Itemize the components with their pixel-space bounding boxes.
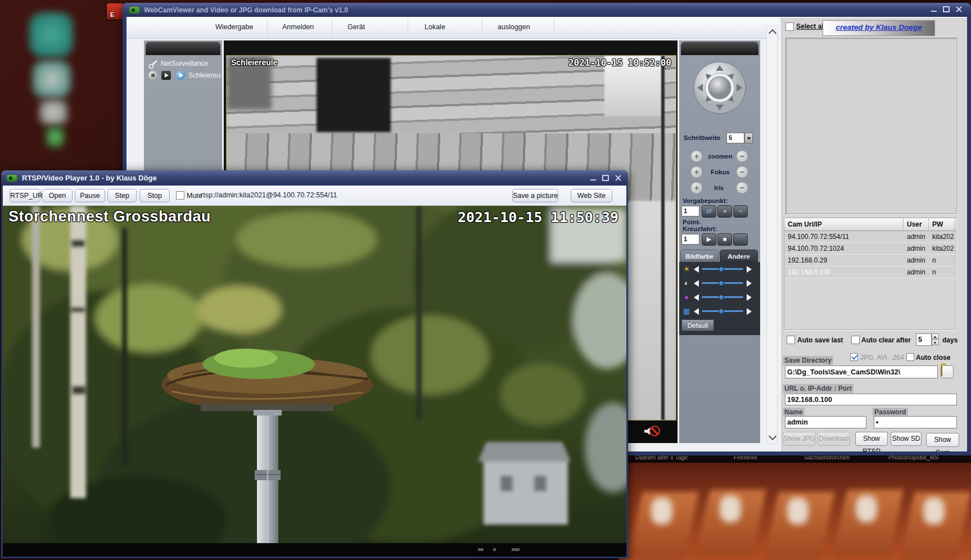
webcamviewer-titlebar[interactable]: WebCamViewer and Video or JPG download f… [123,3,971,17]
sharpness-slider-thumb[interactable] [719,309,724,314]
table-row[interactable]: 94.100.70.72:554/11 admin kita202 [784,231,956,243]
step-dropdown-button[interactable] [744,133,753,143]
play-icon[interactable] [161,71,171,80]
close-icon[interactable] [615,175,621,181]
stork-video-scene [3,206,626,543]
desktop-icon[interactable] [29,12,73,57]
desktop-icon-red[interactable] [107,3,124,19]
zoom-in-button[interactable]: + [690,150,703,162]
table-row[interactable]: 94.100.70.72:1024 admin kita202 [784,243,956,255]
contrast-slider-thumb[interactable] [719,281,724,286]
preset-remove-button[interactable]: − [733,205,748,218]
iris-open-button[interactable]: + [690,182,703,194]
slider-right-arrow[interactable] [747,308,752,315]
preset-add-button[interactable]: ＋ [717,205,732,218]
mute-label: Mute [187,192,202,200]
tab-bildfarbe[interactable]: Bildfarbe [680,250,719,262]
slider-left-arrow[interactable] [694,280,699,287]
table-row-selected[interactable]: 192.168.0.100 admin n [784,267,956,278]
focus-out-button[interactable]: − [736,166,748,178]
desktop-icon[interactable] [33,61,71,98]
auto-close-checkbox[interactable] [906,353,914,361]
close-icon[interactable] [956,6,962,12]
minimize-icon[interactable] [931,11,937,12]
slider-left-arrow[interactable] [694,294,699,301]
show-jpg-button[interactable]: Show JPG [783,432,816,446]
play-circle-icon[interactable] [176,71,185,80]
credit-link[interactable]: created by Klaus Doege [835,23,922,31]
cruise-grid-button[interactable] [733,233,748,246]
open-button[interactable]: Open [42,189,73,202]
scroll-down-icon[interactable] [769,432,776,440]
brightness-slider-thumb[interactable] [719,267,724,272]
web-site-button[interactable]: Web Site [571,189,612,202]
cell-user: admin [904,267,929,278]
mute-slash-icon[interactable] [649,426,660,436]
maximize-icon[interactable] [943,6,950,12]
name-input[interactable] [785,416,866,428]
table-row[interactable]: 192.168.0.29 admin n [784,255,956,267]
minimize-icon[interactable] [590,179,596,180]
cruise-input[interactable]: 1 [681,234,699,245]
scroll-up-icon[interactable] [769,29,776,37]
auto-clear-checkbox[interactable] [851,336,860,344]
formats-checkbox[interactable] [850,353,858,361]
rtsp-window-controls [590,175,621,181]
step-value[interactable]: 5 [726,133,744,143]
slider-left-arrow[interactable] [694,308,699,315]
stop-icon[interactable] [148,71,157,80]
select-all-checkbox[interactable] [785,22,794,31]
cruise-play-button[interactable]: ▶ [702,233,716,246]
maximize-icon[interactable] [602,175,609,181]
auto-save-checkbox[interactable] [787,336,795,344]
download-button[interactable]: Download [818,432,850,446]
step-label: Schrittweite [684,134,720,141]
default-button[interactable]: Default [681,319,714,331]
save-directory-input[interactable] [785,365,938,378]
slider-right-arrow[interactable] [747,280,752,287]
desktop-icon[interactable] [46,127,64,147]
slider-left-arrow[interactable] [694,266,699,273]
menu-wiedergabe[interactable]: Wiedergabe [215,23,253,31]
col-user[interactable]: User [904,218,929,231]
password-input[interactable] [874,416,957,428]
url-input[interactable] [785,394,957,405]
tree-root-label[interactable]: NetSurveillance [161,60,208,67]
show-cam-button[interactable]: Show Cam [926,433,959,447]
save-picture-button[interactable]: Save a picture [512,189,558,202]
menu-anmelden[interactable]: Anmelden [282,23,314,31]
vertical-scrollbar[interactable] [766,25,778,444]
show-sd-button[interactable]: Show SD [891,432,922,446]
rtsp-titlebar[interactable]: RTSP/Video Player 1.0 - by Klaus Döge [1,170,628,186]
menu-geraet[interactable]: Gerät [347,23,365,31]
menu-lokale[interactable]: Lokale [424,23,445,31]
mute-checkbox[interactable] [176,191,184,200]
days-spin-up[interactable] [932,333,939,339]
tree-camera-label[interactable]: Schleiereule [188,71,221,79]
slider-right-arrow[interactable] [747,294,752,301]
zoom-out-button[interactable]: − [736,150,748,162]
desktop-icon[interactable] [39,100,67,125]
slider-right-ar[interactable] [747,266,752,273]
browse-folder-button[interactable] [941,365,954,378]
focus-in-button[interactable]: + [690,166,703,178]
menu-ausloggen[interactable]: ausloggen [498,23,530,31]
col-pw[interactable]: PW [929,218,955,231]
stop-button[interactable]: Stop [139,189,170,202]
iris-close-button[interactable]: − [736,182,748,194]
pause-button[interactable]: Pause [75,189,105,202]
cruise-stop-button[interactable]: ■ [717,233,732,246]
table-header: Cam Url/IP User PW [784,218,956,231]
days-spin-down[interactable] [932,340,939,345]
tab-andere[interactable]: Andere [720,250,758,262]
saturation-slider-thumb[interactable] [719,295,724,300]
step-button[interactable]: Step [107,189,137,202]
rtsp-url-button[interactable]: RTSP_URL [10,189,40,202]
ptz-joystick[interactable] [693,61,747,115]
col-cam-url[interactable]: Cam Url/IP [784,218,904,231]
webcam-icon [7,175,17,182]
preset-goto-button[interactable]: ⇄ [702,205,716,218]
days-input[interactable] [916,333,932,346]
show-rtsp-button[interactable]: Show RTSP [855,432,888,446]
preset-input[interactable]: 1 [681,206,699,216]
